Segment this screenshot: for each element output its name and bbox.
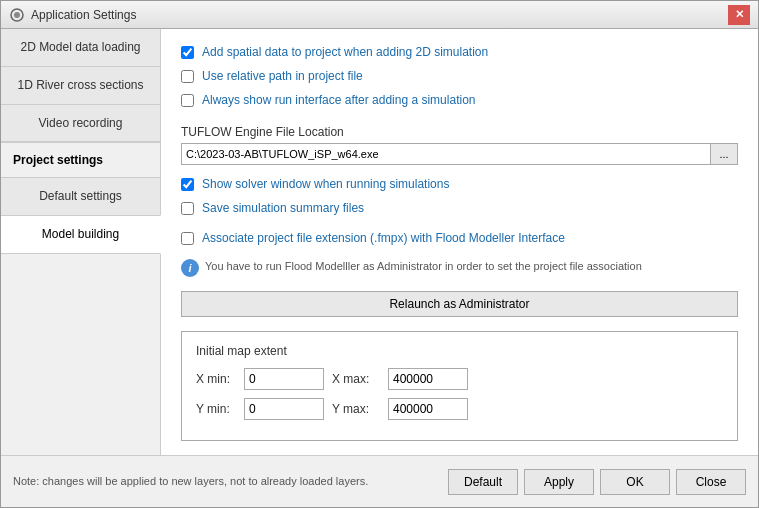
map-extent-box: Initial map extent X min: X max: Y min: … bbox=[181, 331, 738, 441]
sidebar: 2D Model data loading 1D River cross sec… bbox=[1, 29, 161, 455]
ymin-input[interactable] bbox=[244, 398, 324, 420]
title-bar: Application Settings ✕ bbox=[1, 1, 758, 29]
info-text: You have to run Flood Modelller as Admin… bbox=[205, 259, 642, 274]
associate-ext-checkbox[interactable] bbox=[181, 232, 194, 245]
save-summary-row: Save simulation summary files bbox=[181, 201, 738, 215]
ymin-label: Y min: bbox=[196, 402, 236, 416]
sidebar-item-default-settings[interactable]: Default settings bbox=[1, 177, 160, 216]
sidebar-item-model-building[interactable]: Model building bbox=[1, 215, 161, 254]
window-title: Application Settings bbox=[31, 8, 728, 22]
sidebar-item-2d-model[interactable]: 2D Model data loading bbox=[1, 29, 160, 67]
bottom-bar: Note: changes will be applied to new lay… bbox=[1, 455, 758, 507]
ok-button[interactable]: OK bbox=[600, 469, 670, 495]
ymax-label: Y max: bbox=[332, 402, 380, 416]
map-extent-title: Initial map extent bbox=[196, 344, 723, 358]
engine-path-input[interactable] bbox=[181, 143, 711, 165]
xmin-label: X min: bbox=[196, 372, 236, 386]
engine-file-row: ... bbox=[181, 143, 738, 165]
xmax-label: X max: bbox=[332, 372, 380, 386]
add-spatial-row: Add spatial data to project when adding … bbox=[181, 45, 738, 59]
close-button[interactable]: ✕ bbox=[728, 5, 750, 25]
default-button[interactable]: Default bbox=[448, 469, 518, 495]
show-solver-label: Show solver window when running simulati… bbox=[202, 177, 449, 191]
apply-button[interactable]: Apply bbox=[524, 469, 594, 495]
relative-path-label: Use relative path in project file bbox=[202, 69, 363, 83]
bottom-buttons: Default Apply OK Close bbox=[448, 469, 746, 495]
ymax-input[interactable] bbox=[388, 398, 468, 420]
xmin-input[interactable] bbox=[244, 368, 324, 390]
right-panel: Add spatial data to project when adding … bbox=[161, 29, 758, 455]
show-run-label: Always show run interface after adding a… bbox=[202, 93, 475, 107]
save-summary-checkbox[interactable] bbox=[181, 202, 194, 215]
show-run-row: Always show run interface after adding a… bbox=[181, 93, 738, 107]
show-solver-checkbox[interactable] bbox=[181, 178, 194, 191]
svg-point-1 bbox=[14, 12, 20, 18]
close-dialog-button[interactable]: Close bbox=[676, 469, 746, 495]
save-summary-label: Save simulation summary files bbox=[202, 201, 364, 215]
xmax-input[interactable] bbox=[388, 368, 468, 390]
sidebar-section-project-settings: Project settings bbox=[1, 142, 160, 178]
add-spatial-label: Add spatial data to project when adding … bbox=[202, 45, 488, 59]
info-icon: i bbox=[181, 259, 199, 277]
extent-xmin-row: X min: X max: bbox=[196, 368, 723, 390]
application-settings-window: Application Settings ✕ 2D Model data loa… bbox=[0, 0, 759, 508]
engine-label: TUFLOW Engine File Location bbox=[181, 125, 738, 139]
relaunch-admin-button[interactable]: Relaunch as Administrator bbox=[181, 291, 738, 317]
main-content: 2D Model data loading 1D River cross sec… bbox=[1, 29, 758, 455]
browse-button[interactable]: ... bbox=[710, 143, 738, 165]
info-row: i You have to run Flood Modelller as Adm… bbox=[181, 259, 738, 277]
associate-ext-label: Associate project file extension (.fmpx)… bbox=[202, 231, 565, 245]
relative-path-row: Use relative path in project file bbox=[181, 69, 738, 83]
app-icon bbox=[9, 7, 25, 23]
associate-ext-row: Associate project file extension (.fmpx)… bbox=[181, 231, 738, 245]
extent-ymin-row: Y min: Y max: bbox=[196, 398, 723, 420]
bottom-note: Note: changes will be applied to new lay… bbox=[13, 474, 448, 489]
sidebar-item-1d-river[interactable]: 1D River cross sections bbox=[1, 66, 160, 105]
show-run-checkbox[interactable] bbox=[181, 94, 194, 107]
add-spatial-checkbox[interactable] bbox=[181, 46, 194, 59]
sidebar-item-video[interactable]: Video recording bbox=[1, 104, 160, 143]
show-solver-row: Show solver window when running simulati… bbox=[181, 177, 738, 191]
relative-path-checkbox[interactable] bbox=[181, 70, 194, 83]
